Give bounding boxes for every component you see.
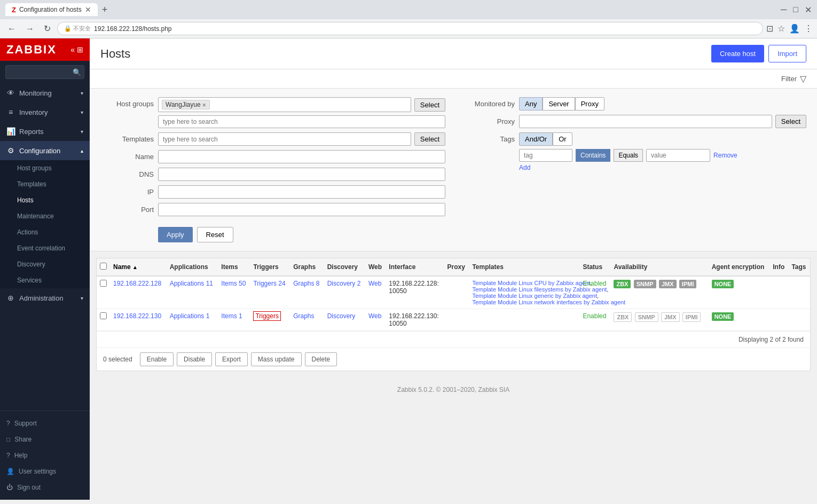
forward-button[interactable]: → <box>22 22 37 36</box>
monitored-server-button[interactable]: Server <box>543 97 575 111</box>
filter-icon[interactable]: ▽ <box>800 74 806 84</box>
minimize-button[interactable]: ─ <box>781 5 787 15</box>
sidebar-item-sign-out[interactable]: ⏻ Sign out <box>0 479 90 495</box>
web-link[interactable]: Web <box>368 312 381 320</box>
items-link[interactable]: Items 50 <box>221 280 246 287</box>
sidebar-item-configuration[interactable]: ⚙ Configuration ▴ <box>0 141 90 160</box>
host-groups-search-input[interactable] <box>158 115 445 128</box>
back-button[interactable]: ← <box>4 22 19 36</box>
profile-icon[interactable]: 👤 <box>789 23 800 34</box>
create-host-button[interactable]: Create host <box>711 45 764 62</box>
sidebar-item-inventory[interactable]: ≡ Inventory ▾ <box>0 103 90 122</box>
configuration-label: Configuration <box>19 147 60 155</box>
applications-link[interactable]: Applications 11 <box>170 280 213 287</box>
ip-input[interactable] <box>158 185 445 199</box>
address-bar[interactable]: 🔒 不安全 192.168.222.128/hosts.php <box>57 22 763 35</box>
discovery-cell: Discovery 2 <box>324 276 365 309</box>
jmx-badge: JMX <box>661 312 680 322</box>
host-groups-input-container[interactable]: WangJiayue × <box>158 97 411 112</box>
web-link[interactable]: Web <box>368 280 381 287</box>
enable-button[interactable]: Enable <box>140 352 174 366</box>
proxy-input[interactable] <box>519 115 772 128</box>
expand-icon[interactable]: ⊞ <box>77 45 83 54</box>
graphs-link[interactable]: Graphs 8 <box>293 280 319 287</box>
value-input[interactable] <box>646 149 710 162</box>
host-name-link[interactable]: 192.168.222.130 <box>113 312 161 320</box>
triggers-link-highlighted[interactable]: Triggers <box>253 311 281 321</box>
name-input[interactable] <box>158 150 445 163</box>
monitored-proxy-button[interactable]: Proxy <box>575 97 604 111</box>
browser-tab[interactable]: Z Configuration of hosts ✕ <box>5 3 98 16</box>
monitored-any-button[interactable]: Any <box>519 97 543 111</box>
applications-link[interactable]: Applications 1 <box>170 312 210 320</box>
menu-icon[interactable]: ⋮ <box>804 23 813 34</box>
condition-contains-button[interactable]: Contains <box>576 149 610 162</box>
template-link[interactable]: Template Module Linux generic by Zabbix … <box>472 293 597 299</box>
discovery-link[interactable]: Discovery 2 <box>327 280 361 287</box>
proxy-select-button[interactable]: Select <box>775 115 806 128</box>
sidebar-item-discovery[interactable]: Discovery <box>0 256 90 272</box>
reset-button[interactable]: Reset <box>197 227 233 242</box>
sidebar-item-hosts[interactable]: Hosts <box>0 192 90 208</box>
table-footer: Displaying 2 of 2 found <box>97 331 810 348</box>
add-tag-link[interactable]: Add <box>519 164 806 171</box>
select-all-checkbox[interactable] <box>100 263 107 270</box>
delete-button[interactable]: Delete <box>305 352 337 366</box>
row-checkbox[interactable] <box>100 280 107 287</box>
bookmark-icon[interactable]: ☆ <box>777 23 785 34</box>
tag-input[interactable] <box>519 149 572 162</box>
sidebar-item-support[interactable]: ? Support <box>0 415 90 431</box>
sidebar-item-templates[interactable]: Templates <box>0 176 90 192</box>
host-groups-select-button[interactable]: Select <box>414 98 445 112</box>
cast-icon[interactable]: ⊡ <box>766 23 773 34</box>
host-name-link[interactable]: 192.168.222.128 <box>113 280 161 287</box>
logo-text: ZABBIX <box>6 43 57 57</box>
templates-cell: Template Module Linux CPU by Zabbix agen… <box>469 276 579 309</box>
sidebar-item-monitoring[interactable]: 👁 Monitoring ▾ <box>0 83 90 103</box>
tags-label: Tags <box>461 132 515 143</box>
row-checkbox[interactable] <box>100 312 107 319</box>
reload-button[interactable]: ↻ <box>41 21 54 36</box>
items-link[interactable]: Items 1 <box>221 312 242 320</box>
sidebar-item-maintenance[interactable]: Maintenance <box>0 208 90 224</box>
import-button[interactable]: Import <box>768 45 806 62</box>
chip-label: WangJiayue <box>166 101 201 108</box>
chip-remove-button[interactable]: × <box>202 101 207 108</box>
sidebar-item-share[interactable]: □ Share <box>0 431 90 447</box>
sidebar-item-host-groups[interactable]: Host groups <box>0 160 90 176</box>
discovery-link[interactable]: Discovery <box>327 312 356 320</box>
monitored-by-buttons: Any Server Proxy <box>519 97 604 111</box>
condition-equals-button[interactable]: Equals <box>614 149 643 162</box>
sidebar-item-user-settings[interactable]: 👤 User settings <box>0 463 90 479</box>
templates-select-button[interactable]: Select <box>414 132 445 146</box>
graphs-link[interactable]: Graphs <box>293 312 314 320</box>
tab-close-button[interactable]: ✕ <box>85 5 91 14</box>
templates-search-input[interactable] <box>158 132 411 146</box>
template-link[interactable]: Template Module Linux CPU by Zabbix agen… <box>472 280 590 286</box>
port-input[interactable] <box>158 203 445 216</box>
tag-or-button[interactable]: Or <box>553 132 572 146</box>
sidebar-item-administration[interactable]: ⊕ Administration ▾ <box>0 288 90 308</box>
triggers-link[interactable]: Triggers 24 <box>253 280 285 287</box>
apply-button[interactable]: Apply <box>158 227 193 242</box>
tag-andor-button[interactable]: And/Or <box>519 132 553 146</box>
dns-input[interactable] <box>158 168 445 181</box>
remove-tag-link[interactable]: Remove <box>713 152 737 159</box>
new-tab-button[interactable]: + <box>102 4 108 15</box>
mass-update-button[interactable]: Mass update <box>251 352 302 366</box>
sidebar-item-reports[interactable]: 📊 Reports ▾ <box>0 122 90 141</box>
sidebar-item-help[interactable]: ? Help <box>0 447 90 463</box>
sidebar-item-actions[interactable]: Actions <box>0 224 90 240</box>
configuration-chevron: ▴ <box>81 148 83 154</box>
disable-button[interactable]: Disable <box>177 352 212 366</box>
proxy-cell <box>444 276 469 309</box>
collapse-icon[interactable]: « <box>70 45 75 54</box>
logo-controls[interactable]: « ⊞ <box>70 45 83 54</box>
export-button[interactable]: Export <box>215 352 248 366</box>
template-link[interactable]: Template Module Linux network interfaces… <box>472 299 625 305</box>
th-name[interactable]: Name ▲ <box>110 258 167 276</box>
close-button[interactable]: ✕ <box>805 5 812 15</box>
sidebar-item-services[interactable]: Services <box>0 272 90 288</box>
maximize-button[interactable]: □ <box>793 5 798 15</box>
sidebar-item-event-correlation[interactable]: Event correlation <box>0 240 90 256</box>
